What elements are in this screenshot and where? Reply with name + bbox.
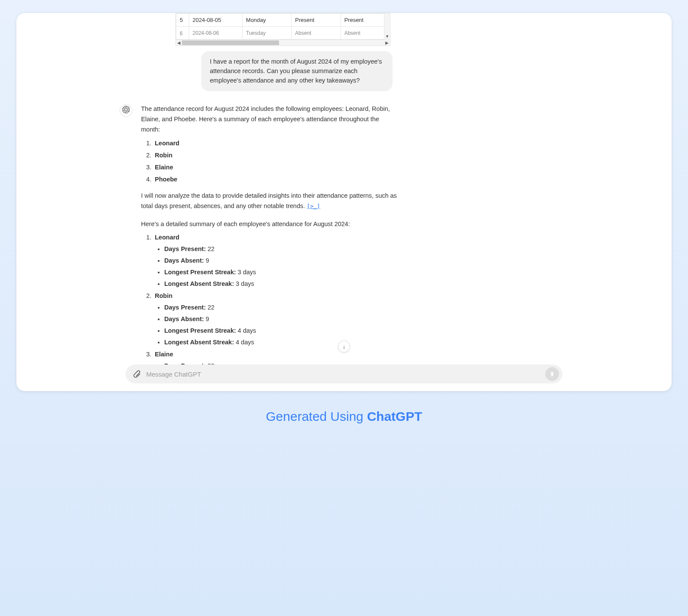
scroll-to-bottom-button[interactable]: ↓ [338, 340, 350, 352]
cell-day: Tuesday [243, 27, 292, 40]
stat-item: Days Present: 22 [164, 244, 399, 254]
stat-item: Days Absent: 9 [164, 314, 399, 325]
table-row: 6 2024-08-06 Tuesday Absent Absent [176, 27, 390, 40]
employee-detail-item: Leonard Days Present: 22 Days Absent: 9 … [153, 233, 399, 289]
stat-item: Longest Present Streak: 3 days [164, 267, 399, 278]
stat-item: Longest Present Streak: 4 days [164, 326, 399, 336]
cell-date: 2024-08-05 [189, 14, 242, 27]
caption: Generated Using ChatGPT [16, 409, 672, 424]
cell-idx: 5 [176, 14, 189, 27]
cell-status: Absent [341, 27, 390, 40]
assistant-body: The attendance record for August 2024 in… [141, 104, 399, 377]
analysis-note: I will now analyze the data to provide d… [141, 191, 399, 211]
stat-item: Longest Absent Streak: 4 days [164, 337, 399, 348]
cell-status: Present [341, 14, 390, 27]
openai-logo-icon [122, 106, 130, 115]
cell-status: Present [292, 14, 341, 27]
chevron-left-icon[interactable]: ◀ [176, 40, 182, 45]
employee-detail-list: Leonard Days Present: 22 Days Absent: 9 … [141, 233, 399, 371]
code-link[interactable]: [>_] [307, 203, 320, 209]
assistant-avatar [120, 104, 132, 117]
cell-idx: 6 [176, 27, 189, 40]
employee-detail-item: Robin Days Present: 22 Days Absent: 9 Lo… [153, 291, 399, 348]
arrow-down-icon: ↓ [343, 343, 346, 350]
chevron-right-icon[interactable]: ▶ [384, 40, 390, 45]
attach-button[interactable] [132, 370, 141, 378]
stat-item: Days Present: 22 [164, 303, 399, 313]
horizontal-scrollbar[interactable]: ◀ ▶ [176, 40, 390, 46]
user-message-text: I have a report for the month of August … [210, 58, 382, 84]
arrow-up-icon [549, 371, 556, 377]
stat-list: Days Present: 22 Days Absent: 9 Longest … [155, 244, 399, 289]
cell-date: 2024-08-06 [189, 27, 242, 40]
paperclip-icon [132, 370, 141, 378]
summary-intro: Here's a detailed summary of each employ… [141, 219, 399, 230]
chevron-down-icon[interactable]: ▼ [385, 34, 390, 40]
message-input[interactable] [146, 371, 540, 378]
assistant-intro: The attendance record for August 2024 in… [141, 104, 399, 135]
scroll-thumb[interactable] [182, 40, 279, 45]
message-input-bar [126, 365, 562, 383]
caption-brand: ChatGPT [367, 409, 422, 423]
list-item: Elaine [153, 162, 399, 173]
send-button[interactable] [545, 367, 559, 381]
assistant-message: The attendance record for August 2024 in… [16, 104, 672, 377]
list-item: Leonard [153, 138, 399, 149]
stat-list: Days Present: 22 Days Absent: 9 Longest … [155, 303, 399, 348]
attendance-table: 5 2024-08-05 Monday Present Present 6 20… [175, 13, 390, 46]
list-item: Phoebe [153, 175, 399, 185]
employee-name-list: Leonard Robin Elaine Phoebe [141, 138, 399, 185]
table-row: 5 2024-08-05 Monday Present Present [176, 14, 390, 27]
user-message-bubble: I have a report for the month of August … [201, 51, 393, 91]
stat-item: Longest Absent Streak: 3 days [164, 279, 399, 289]
cell-status: Absent [292, 27, 341, 40]
list-item: Robin [153, 150, 399, 161]
vertical-scrollbar[interactable]: ▼ [384, 13, 390, 40]
scroll-track[interactable] [182, 40, 384, 46]
cell-day: Monday [243, 14, 292, 27]
app-card: 5 2024-08-05 Monday Present Present 6 20… [16, 13, 672, 391]
stat-item: Days Absent: 9 [164, 256, 399, 266]
